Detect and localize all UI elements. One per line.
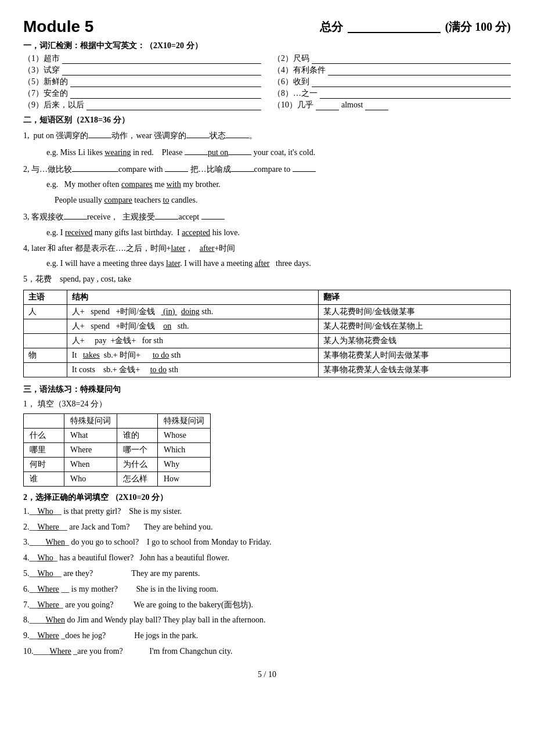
wh-row-2: 哪里 Where 哪一个 Which xyxy=(24,442,211,457)
vocab-row-2: （3）试穿 （4）有利条件 xyxy=(23,65,511,75)
vocab-item-3: （3）试穿 xyxy=(23,65,261,75)
wh-cn-5: 何时 xyxy=(24,457,64,471)
spend-cell-trans-3: 某人为某物花费金钱 xyxy=(318,333,510,348)
spend-cell-trans-4: 某事物花费某人时间去做某事 xyxy=(318,348,510,362)
eg3-t3: his love. xyxy=(210,228,240,237)
wh-en-6: Why xyxy=(158,457,211,471)
vocab-item-7: （7）安全的 xyxy=(23,88,261,99)
s2-i4-after: after xyxy=(200,244,215,253)
vocab-num-10: （10）几乎 xyxy=(273,100,313,110)
vocab-num-4: （4）有利条件 xyxy=(273,65,326,75)
eg1-wearing: wearing xyxy=(104,148,131,157)
s2-i4-t2: +时间 xyxy=(214,244,235,253)
spend-table: 主语 结构 翻译 人 人+ spend +时间/金钱 (in) doing st… xyxy=(23,290,511,377)
eg2a-t1: e.g. My mother often xyxy=(46,180,121,189)
s2-i5: 5，花费 spend, pay , cost, take xyxy=(23,275,131,283)
wh-row-1: 什么 What 谁的 Whose xyxy=(24,428,211,442)
module-title: Module 5 xyxy=(23,17,93,36)
section2-eg4: e.g. I will have a meeting three days la… xyxy=(23,257,511,271)
sent-2-text: __ are Jack and Tom? They are behind you… xyxy=(59,523,213,531)
vocab-num-8: （8）…之一 xyxy=(273,88,317,99)
eg3-t1: e.g. I xyxy=(46,228,65,237)
vocab-item-1: （1）超市 xyxy=(23,53,261,64)
blank-s2-2d xyxy=(293,161,316,172)
blank-s2-1a xyxy=(88,128,111,138)
spend-cell-struct-5: It costs sb.+ 金钱+ to do sth xyxy=(67,362,318,377)
vocab-item-10: （10）几乎 almost xyxy=(273,100,511,110)
wh-en-7: Who xyxy=(64,471,117,486)
eg4-t1: e.g. I will have a meeting three days xyxy=(46,259,166,268)
spend-cell-struct-1: 人+ spend +时间/金钱 (in) doing sth. xyxy=(67,304,318,319)
eg4-t2: . I will have a meeting xyxy=(180,259,255,268)
sent-7-text: _ are you going? We are going to the bak… xyxy=(59,600,253,609)
blank-9 xyxy=(86,100,261,110)
wh-en-1: What xyxy=(64,428,117,442)
sent-5: 5.__Who__ are they? They are my parents. xyxy=(23,567,511,581)
page-number: 5 / 10 xyxy=(23,670,511,679)
section2-item3: 3, 客观接收receive， 主观接受accept xyxy=(23,209,511,224)
blank-s2-2c xyxy=(231,161,254,172)
blank-10 xyxy=(316,100,339,110)
spend-cell-struct-3: 人+ pay +金钱+ for sth xyxy=(67,333,318,348)
spend-cell-subject-3 xyxy=(24,333,67,348)
score-label: 总分 (满分 100 分) xyxy=(320,19,511,35)
spend-row-2: 人+ spend +时间/金钱 on sth. 某人花费时间/金钱在某物上 xyxy=(24,319,511,333)
blank-s2-3b xyxy=(155,209,178,219)
eg2a-compares: compares xyxy=(121,180,153,189)
eg1-mid: in red. Please xyxy=(131,148,185,157)
wh-row-3: 何时 When 为什么 Why xyxy=(24,457,211,471)
sent-1-num: 1.__ xyxy=(23,507,38,516)
eg1-prefix: e.g. Miss Li likes xyxy=(46,148,104,157)
section1-title: 一，词汇检测：根据中文写英文：（2X10=20 分） xyxy=(23,41,511,51)
blank-7 xyxy=(70,88,261,99)
wh-cn-1: 什么 xyxy=(24,428,64,442)
s2-i3-num: 3, 客观接收 xyxy=(23,213,64,221)
wh-cn-6: 为什么 xyxy=(117,457,158,471)
blank-2 xyxy=(312,53,511,64)
sent-5-blank: Who xyxy=(38,569,53,578)
wh-header: 特殊疑问词 特殊疑问词 xyxy=(24,413,211,428)
sent-9-text: _does he jog? He jogs in the park. xyxy=(59,631,199,640)
sent-1-blank: Who xyxy=(38,507,53,516)
vocab-row-5: （9）后来，以后 （10）几乎 almost xyxy=(23,100,511,110)
eg3-received: received xyxy=(65,228,92,237)
sent-4-text: _ has a beautiful flower? John has a bea… xyxy=(53,553,229,562)
wh-cn-4: 哪一个 xyxy=(117,442,158,457)
wh-table: 特殊疑问词 特殊疑问词 什么 What 谁的 Whose 哪里 Where 哪一… xyxy=(23,413,211,487)
spend-cell-subject-2 xyxy=(24,319,67,333)
wh-h2: 特殊疑问词 xyxy=(64,413,117,428)
s2-i2-num: 2, 与…做比较 xyxy=(23,165,72,174)
eg2b-t3: candles. xyxy=(169,196,198,204)
sent-6: 6.__Where __ is my mother? She is in the… xyxy=(23,582,511,596)
section3-sub2-label: 2，选择正确的单词填空 （2X10=20 分） xyxy=(23,493,168,502)
sent-10-blank: Where xyxy=(50,647,71,656)
score-blank xyxy=(348,20,441,33)
section2-eg1: e.g. Miss Li likes wearing in red. Pleas… xyxy=(23,145,511,160)
wh-h3 xyxy=(117,413,158,428)
spend-cell-subject-4: 物 xyxy=(24,348,67,362)
vocab-item-5: （5）新鲜的 xyxy=(23,77,261,87)
spend-row-1: 人 人+ spend +时间/金钱 (in) doing sth. 某人花费时间… xyxy=(24,304,511,319)
vocab-row-1: （1）超市 （2）尺码 xyxy=(23,53,511,64)
eg4-t3: three days. xyxy=(270,259,311,268)
sent-10: 10.____Where _are you from? I'm from Cha… xyxy=(23,645,511,658)
spend-col-structure: 结构 xyxy=(67,290,318,304)
wh-en-3: Whose xyxy=(158,428,211,442)
spend-row-5: It costs sb.+ 金钱+ to do sth 某事物花费某人金钱去做某… xyxy=(24,362,511,377)
spend-cell-trans-2: 某人花费时间/金钱在某物上 xyxy=(318,319,510,333)
section2-item5: 5，花费 spend, pay , cost, take xyxy=(23,272,511,286)
s2-i1-t1: 动作，wear 强调穿的 xyxy=(111,131,186,140)
eg3-t2: many gifts last birthday. I xyxy=(92,228,182,237)
vocab-num-1: （1）超市 xyxy=(23,53,60,64)
sent-6-text: __ is my mother? She is in the living ro… xyxy=(59,585,218,593)
spend-cell-trans-1: 某人花费时间/金钱做某事 xyxy=(318,304,510,319)
sent-10-num: 10.____ xyxy=(23,647,50,656)
s2-i2-t2: 把…比喻成 xyxy=(188,165,231,174)
s2-i2-t3: compare to xyxy=(254,165,293,174)
vocab-num-3: （3）试穿 xyxy=(23,65,60,75)
blank-eg1-b xyxy=(228,145,251,155)
blank-eg1-a xyxy=(185,145,208,155)
blank-s2-2b xyxy=(165,161,188,172)
section2-item1: 1, put on 强调穿的动作，wear 强调穿的状态。 xyxy=(23,128,511,143)
sent-3-blank: When xyxy=(46,538,65,546)
